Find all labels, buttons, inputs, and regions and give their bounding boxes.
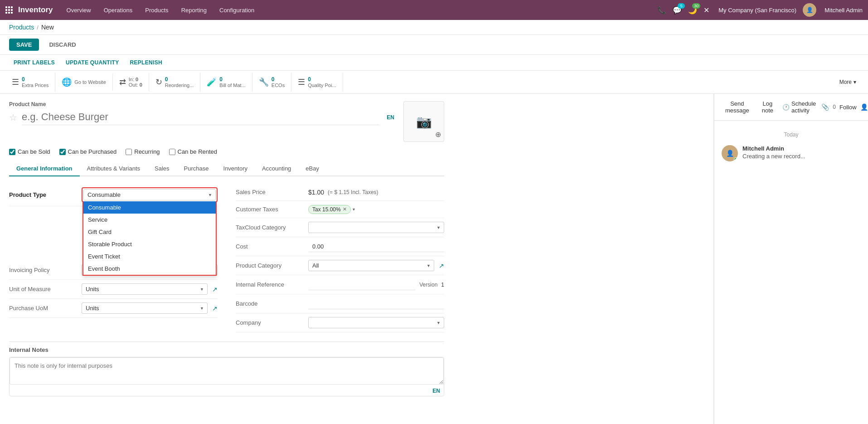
nav-operations[interactable]: Operations [99,4,137,16]
tab-ebay[interactable]: eBay [298,161,326,176]
chevron-down-icon-taxes: ▾ [353,207,355,212]
follow-button[interactable]: Follow [839,104,857,111]
nav-reporting[interactable]: Reporting [177,4,211,16]
internal-notes-lang-badge: EN [432,388,440,394]
smart-btn-extra-prices[interactable]: ☰ 0 Extra Prices [5,73,55,92]
flask-icon: 🧪 [207,77,217,87]
log-note-button[interactable]: Log note [758,98,777,116]
product-type-label: Product Type [9,191,82,198]
product-name-input[interactable] [22,109,379,125]
product-category-external-link-icon[interactable]: ↗ [439,262,444,269]
purchase-uom-external-link-icon[interactable]: ↗ [212,305,218,312]
dropdown-item-service[interactable]: Service [83,214,216,226]
favorite-star-icon[interactable]: ☆ [9,112,17,123]
company-name: My Company (San Francisco) [718,7,796,14]
product-type-select[interactable]: Consumable Service Gift Card Storable Pr… [83,189,216,200]
schedule-activity-button[interactable]: 🕐 Schedule activity [782,100,816,114]
dropdown-item-event-booth[interactable]: Event Booth [83,263,216,275]
smart-btn-more[interactable]: More ▾ [833,75,863,89]
company-select[interactable] [308,317,444,328]
product-type-dropdown-wrapper[interactable]: Consumable Service Gift Card Storable Pr… [82,187,218,202]
update-quantity-button[interactable]: UPDATE QUANTITY [61,58,124,68]
dropdown-item-gift-card[interactable]: Gift Card [83,226,216,238]
smart-btn-ecos[interactable]: 🔧 0 ECOs [252,73,291,92]
nav-overview[interactable]: Overview [62,4,96,16]
list-icon: ☰ [12,77,19,87]
tab-sales[interactable]: Sales [147,161,177,176]
taxcloud-select[interactable] [308,222,444,233]
close-icon[interactable]: ✕ [703,6,709,15]
tab-attributes-variants[interactable]: Attributes & Variants [80,161,148,176]
smart-btn-quality[interactable]: ☰ 0 Quality Poi... [291,73,343,92]
internal-reference-value: Version 1 [308,279,444,290]
quality-icon: ☰ [298,77,305,87]
top-nav: Inventory Overview Operations Products R… [0,0,868,20]
sales-price-amount: $1.00 [308,189,324,196]
breadcrumb-parent[interactable]: Products [9,24,34,31]
internal-reference-input[interactable] [308,279,416,290]
sales-price-note: (= $ 1.15 Incl. Taxes) [328,189,378,195]
customer-taxes-field-row: Customer Taxes Tax 15.00% ✕ ▾ [236,201,444,218]
taxcloud-value [308,222,444,233]
uom-select[interactable]: Units [82,283,208,295]
product-image-upload[interactable]: 📷 ⊕ [403,101,444,142]
product-category-select[interactable]: All [308,260,434,271]
nav-configuration[interactable]: Configuration [215,4,259,16]
can-be-purchased-checkbox[interactable]: Can be Purchased [59,148,117,155]
internal-reference-label: Internal Reference [236,281,308,288]
tax-badge-remove[interactable]: ✕ [343,206,347,212]
message-author: Mitchell Admin [742,145,861,152]
purchase-uom-value: Units ↗ [82,302,218,314]
phone-icon[interactable]: 📞 [657,6,666,15]
discard-button[interactable]: DISCARD [44,39,81,51]
today-divider: Today [722,132,861,138]
taxcloud-label: TaxCloud Category [236,224,308,231]
product-flags: Can be Sold Can be Purchased Recurring C… [9,148,444,155]
product-name-lang-badge: EN [387,114,394,121]
tab-general-information[interactable]: General Information [9,161,80,176]
purchase-uom-select[interactable]: Units [82,302,208,314]
tax-badge-label: Tax 15.00% [312,206,341,213]
action-bar: SAVE DISCARD [0,35,868,55]
send-message-button[interactable]: Send message [722,98,753,116]
barcode-input[interactable] [308,298,444,309]
smart-btn-reordering[interactable]: ↻ 0 Reordering... [149,73,201,92]
print-labels-button[interactable]: PRINT LABELS [9,58,59,68]
company-label: Company [236,319,308,326]
messages-icon[interactable]: 💬 5 [673,6,682,15]
form-area: Product Name ☆ EN 📷 ⊕ Can be Sold [0,94,714,424]
user-avatar[interactable]: 👤 [803,3,816,17]
can-be-sold-checkbox[interactable]: Can be Sold [9,148,50,155]
recurring-checkbox[interactable]: Recurring [126,148,160,155]
smart-btn-bom[interactable]: 🧪 0 Bill of Mat... [200,73,252,92]
nav-products[interactable]: Products [141,4,173,16]
dropdown-item-event-ticket[interactable]: Event Ticket [83,250,216,263]
wrench-icon: 🔧 [259,77,269,87]
chatter-follow-area: 📎 0 Follow 👤 0 [821,103,868,111]
uom-field-row: Unit of Measure Units ↗ [9,280,218,299]
dropdown-item-consumable[interactable]: Consumable [83,201,216,214]
can-be-rented-checkbox[interactable]: Can be Rented [169,148,217,155]
dropdown-item-storable[interactable]: Storable Product [83,238,216,250]
replenish-button[interactable]: REPLENISH [126,58,167,68]
arrows-icon: ⇄ [119,77,126,87]
cost-input[interactable] [308,241,444,252]
product-type-value: Consumable Service Gift Card Storable Pr… [82,187,218,202]
message-avatar: 👤 [722,145,738,161]
tab-accounting[interactable]: Accounting [255,161,298,176]
smart-buttons-bar: ☰ 0 Extra Prices 🌐 Go to Website ⇄ In: 0… [0,71,868,94]
save-button[interactable]: SAVE [9,39,39,51]
app-grid-icon[interactable] [5,6,13,14]
user-name: Mitchell Admin [824,7,863,14]
breadcrumb-current: New [41,24,54,31]
barcode-field-row: Barcode [236,294,444,313]
uom-external-link-icon[interactable]: ↗ [212,286,218,293]
internal-notes-textarea[interactable] [10,357,444,385]
tab-inventory[interactable]: Inventory [216,161,255,176]
tab-purchase[interactable]: Purchase [177,161,216,176]
smart-btn-go-to-website[interactable]: 🌐 Go to Website [55,73,113,91]
smart-btn-in-out[interactable]: ⇄ In: 0 Out: 0 [113,73,149,91]
activities-icon[interactable]: 🌙 30 [688,6,697,15]
barcode-label: Barcode [236,300,308,307]
cost-label: Cost [236,243,308,250]
